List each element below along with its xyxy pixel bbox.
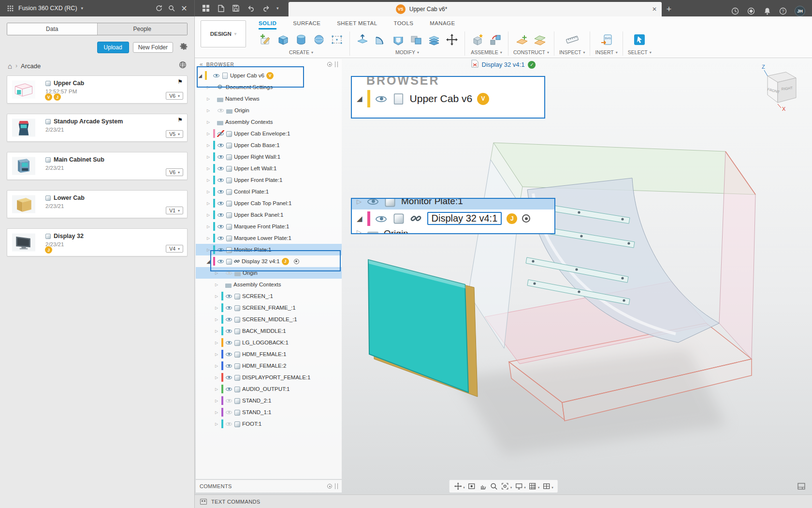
new-folder-button[interactable]: New Folder (133, 42, 173, 53)
visibility-eye-icon[interactable] (225, 409, 232, 416)
visibility-eye-icon[interactable] (217, 177, 224, 183)
move-copy-icon[interactable] (444, 32, 460, 47)
visibility-eye-icon[interactable] (225, 328, 232, 334)
layout-grid-icon[interactable] (798, 483, 805, 492)
new-tab-button[interactable]: + (662, 2, 676, 16)
browser-tree-row[interactable]: ◢ Upper Cab v6 V (196, 70, 342, 81)
home-icon[interactable]: ⌂ (8, 62, 12, 70)
browser-tree-row[interactable]: ▷ Upper Right Wall:1 (196, 151, 342, 163)
disclosure-triangle-icon[interactable]: ▷ (205, 97, 211, 101)
browser-tree-row[interactable]: ▷ Upper Cab Base:1 (196, 139, 342, 151)
activate-component-radio[interactable] (294, 259, 299, 264)
disclosure-triangle-icon[interactable]: ▷ (205, 236, 211, 240)
version-selector[interactable]: V6▾ (166, 92, 183, 100)
node-label[interactable]: Assembly Contexts (225, 119, 273, 125)
browser-tree-row[interactable]: ▷ Assembly Contexts (196, 116, 342, 128)
browser-tree-row[interactable]: ▷ AUDIO_OUTPUT:1 (196, 383, 342, 395)
orbit-icon[interactable] (453, 481, 463, 491)
user-avatar[interactable]: JH (795, 6, 805, 16)
node-label[interactable]: SCREEN_MIDDLE_:1 (242, 316, 297, 322)
refresh-icon[interactable] (155, 4, 163, 13)
disclosure-triangle-icon[interactable]: ▷ (214, 329, 219, 333)
project-file-card[interactable]: Main Cabinet Sub 2/23/21 V6▾ (7, 152, 188, 180)
collapse-browser-icon[interactable]: « (200, 61, 203, 68)
project-file-card[interactable]: Display 32 2/23/21 J V4▾ (7, 228, 188, 256)
insert-svg-icon[interactable]: SVG (599, 32, 614, 47)
visibility-eye-icon[interactable] (217, 211, 224, 218)
sphere-icon[interactable] (311, 32, 327, 47)
browser-tree-row[interactable]: ▷ Contol Plate:1 (196, 186, 342, 197)
notification-bell-icon[interactable] (763, 7, 771, 15)
node-label[interactable]: Upper Cab Top Panel:1 (234, 200, 291, 206)
model-canvas[interactable]: « BROWSER ◢ Upper Cab v6 V ▷ Document Se… (195, 58, 812, 494)
node-label[interactable]: Display 32 v4:1 (242, 258, 280, 264)
disclosure-triangle-icon[interactable]: ▷ (214, 341, 219, 345)
disclosure-triangle-icon[interactable]: ▷ (214, 364, 219, 368)
disclosure-triangle-icon[interactable]: ▷ (205, 120, 211, 124)
node-label[interactable]: Named Views (225, 96, 260, 102)
browser-tree-row[interactable]: ▷ Monitor Plate:1 (196, 244, 342, 255)
tab-sheet-metal[interactable]: SHEET METAL (337, 16, 377, 30)
form-icon[interactable] (329, 32, 345, 47)
disclosure-triangle-icon[interactable]: ▷ (214, 387, 219, 391)
undo-icon[interactable] (246, 4, 255, 13)
app-grid-icon[interactable] (6, 4, 14, 13)
visibility-eye-icon[interactable] (217, 165, 224, 172)
viewcube[interactable]: Z FRONT RIGHT X (751, 62, 801, 114)
browser-options-icon[interactable] (327, 62, 332, 67)
visibility-eye-icon[interactable] (217, 223, 224, 230)
disclosure-triangle-icon[interactable]: ▷ (214, 306, 219, 310)
node-label[interactable]: Document Settings (226, 84, 273, 90)
display-32-panel[interactable] (368, 260, 478, 397)
visibility-eye-icon[interactable] (217, 235, 224, 241)
pan-icon[interactable] (478, 481, 488, 491)
viewports-caret-icon[interactable]: ▾ (551, 486, 553, 490)
node-label[interactable]: BACK_MIDDLE:1 (242, 328, 286, 334)
fit-icon[interactable] (500, 481, 510, 491)
node-label[interactable]: Upper Left Wall:1 (234, 165, 276, 171)
grid-snaps-icon[interactable] (528, 481, 537, 491)
visibility-eye-icon[interactable] (217, 107, 224, 114)
browser-tree-row[interactable]: ▷ Marquee Front Plate:1 (196, 221, 342, 232)
visibility-eye-icon[interactable] (225, 362, 232, 369)
active-component-label[interactable]: Display 32 v4:1 (482, 61, 525, 68)
node-label[interactable]: STAND_2:1 (242, 398, 272, 403)
node-label[interactable]: Contol Plate:1 (234, 189, 269, 194)
cylinder-icon[interactable] (293, 32, 309, 47)
visibility-eye-icon[interactable] (225, 420, 232, 427)
disclosure-triangle-icon[interactable]: ▷ (205, 213, 211, 217)
disclosure-triangle-icon[interactable]: ▷ (214, 271, 219, 275)
assemble-group-label[interactable]: ASSEMBLE▾ (471, 49, 502, 55)
select-group-label[interactable]: SELECT▾ (628, 49, 652, 55)
disclosure-triangle-icon[interactable]: ▷ (214, 294, 219, 299)
visibility-eye-icon[interactable] (213, 72, 220, 79)
node-label[interactable]: HDMI_FEMALE:2 (242, 363, 286, 369)
inspect-group-label[interactable]: INSPECT▾ (559, 49, 585, 55)
node-label[interactable]: Upper Right Wall:1 (234, 154, 280, 160)
version-selector[interactable]: V5▾ (166, 130, 183, 138)
version-selector[interactable]: V1▾ (166, 207, 183, 214)
browser-tree-row[interactable]: ▷ Marquee Lower Plate:1 (196, 232, 342, 244)
node-label[interactable]: Upper Back Panel:1 (234, 212, 283, 218)
browser-tree-row[interactable]: ▷ SCREEN_MIDDLE_:1 (196, 314, 342, 325)
browser-tree-row[interactable]: ▷ Assembly Contexts (196, 279, 342, 290)
offset-plane-icon[interactable] (514, 32, 530, 47)
breadcrumb-folder[interactable]: Arcade (21, 62, 41, 70)
visibility-eye-icon[interactable] (225, 269, 232, 276)
comments-options-icon[interactable] (327, 484, 332, 489)
insert-group-label[interactable]: INSERT▾ (595, 49, 617, 55)
disclosure-triangle-icon[interactable]: ▷ (214, 283, 219, 287)
browser-tree-row[interactable]: ▷ Origin (196, 267, 342, 279)
browser-tree-row[interactable]: ▷ SCREEN_FRAME_:1 (196, 302, 342, 314)
disclosure-triangle-icon[interactable]: ▷ (205, 190, 211, 194)
node-label[interactable]: Upper Cab Envelope:1 (234, 131, 290, 136)
project-file-card[interactable]: Upper Cab 12:52:57 PM VJ ⚑ V6▾ (7, 75, 188, 104)
browser-tree-row[interactable]: ▷ Origin (196, 105, 342, 116)
tab-surface[interactable]: SURFACE (293, 16, 320, 30)
document-tab[interactable]: VS Upper Cab v6* ✕ (289, 2, 662, 16)
offset-face-icon[interactable] (426, 32, 442, 47)
browser-drag-grip[interactable] (335, 61, 338, 67)
visibility-eye-icon[interactable] (225, 386, 232, 392)
visibility-eye-icon[interactable] (225, 304, 232, 311)
close-panel-icon[interactable]: ✕ (180, 4, 188, 13)
